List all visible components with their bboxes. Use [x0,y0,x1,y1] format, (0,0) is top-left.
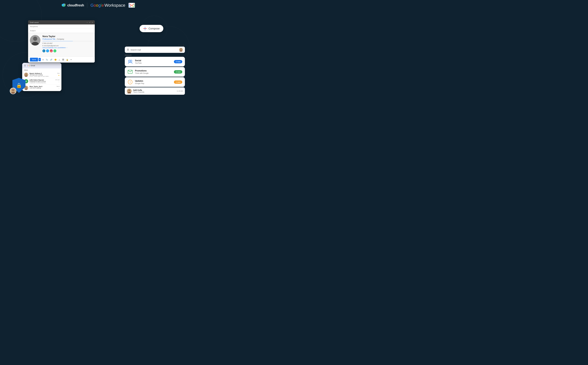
social-inbox-card[interactable]: Social YouTube 2 new [125,57,185,66]
lock-icon[interactable]: 🔒 [66,58,69,61]
search-placeholder: Search mail [130,49,178,51]
email-signature: Nora Taylor Professional Title , Company… [30,35,93,52]
sig-email: E nora.taylor@gmail.com [42,45,93,47]
mobile-search-bar[interactable]: ☰ Search mail [125,47,185,53]
workspace-text: Workspace [104,3,125,8]
updates-subtitle: Google Play [135,82,172,84]
svg-point-45 [128,90,130,91]
primary-label: PRIMARY [125,54,185,57]
promotions-card-content: Promotions Think with Google [135,70,172,74]
sig-title-company: , [56,38,57,40]
mobile-gmail-logo: Gmail [27,65,35,67]
twitter-icon[interactable]: t [46,49,49,52]
emoji-icon[interactable]: 😊 [54,58,57,61]
sig-website: www.yourwebsite.com | yourlinkhere → [42,47,93,49]
sig-name: Nora Taylor [42,35,93,38]
email-time-2: 9:01 am [55,79,60,80]
email-preview-card[interactable]: Salit Kulla Trip to Yosemite 11:30 AM [125,87,185,95]
updates-title: Updates [135,80,172,82]
preview-time: 11:30 AM [177,90,183,92]
promotions-inbox-card[interactable]: Promotions Think with Google 2 new [125,67,185,77]
promotions-icon [127,69,133,75]
preview-content: Salit Kulla Trip to Yosemite [133,89,175,93]
battery-icon: ▮ [183,44,184,46]
sig-socials: in t ig w [42,49,93,52]
svg-point-38 [180,49,182,50]
svg-point-35 [25,86,27,88]
email-list: Naomi, Anthony 2 100 days and counting H… [22,71,61,91]
draft-fields: Recipients Subject [28,24,95,33]
attach-icon[interactable]: 📎 [45,58,48,61]
compose-label: Compose [149,27,160,30]
sig-phone: P 555.123.4567 [42,42,93,45]
svg-point-19 [33,37,37,41]
email-item-1[interactable]: Naomi, Anthony 2 100 days and counting H… [22,71,61,78]
preview-subject: Trip to Yosemite [133,91,175,93]
cloudfresh-icon [61,3,66,8]
send-dropdown-button[interactable]: ▾ [39,58,41,61]
hamburger-icon[interactable]: ☰ [24,64,26,67]
link-icon[interactable]: 🔗 [49,58,53,61]
user-avatar-shield [10,88,16,94]
promotions-title: Promotions [135,70,172,72]
svg-point-3 [63,4,65,5]
linkedin-icon[interactable]: in [42,49,45,52]
email-item-3[interactable]: Mom, Taylor, Jim 6 Look who's walking! S… [22,85,61,91]
draft-title-text: Draft saved [30,21,39,23]
instagram-icon[interactable]: ig [50,49,53,52]
draft-titlebar: Draft saved − ⤢ × [28,20,95,24]
draft-body: Nora Taylor Professional Title , Company… [28,33,95,56]
subject-field[interactable]: Subject [28,29,95,33]
whatsapp-icon[interactable]: w [54,49,56,52]
mobile-gmail-label: Gmail [31,65,35,67]
format-text-icon[interactable]: A [42,58,44,61]
email-content-2: Little Gators Daycare Preparing for back… [29,79,54,84]
svg-point-22 [12,89,14,91]
minimize-icon[interactable]: − [87,21,88,23]
updates-badge: 1 new [174,80,182,84]
sig-title: Professional Title , Company [42,38,93,40]
email-content-3: Mom, Taylor, Jim 6 Look who's walking! [29,86,55,89]
compose-button[interactable]: Compose [140,25,163,32]
social-icon [127,59,133,64]
email-star-1[interactable]: ★ [58,74,60,76]
close-icon[interactable]: × [92,21,93,23]
cloudfresh-logo: cloudfresh [61,3,84,8]
draft-toolbar: Send ▾ A 📎 🔗 😊 △ 🖼 🔒 ✏ [28,56,95,63]
send-button[interactable]: Send [30,58,38,62]
svg-point-32 [25,73,27,75]
email-meta-2: 9:01 am ☆ [55,79,60,83]
lock-shield-icon: 🔒 [16,83,22,88]
google-text: Google [90,3,104,8]
signature-avatar [30,35,40,46]
preview-name: Salit Kulla [133,89,175,91]
compose-plus-icon [143,27,147,30]
email-item-2[interactable]: G Little Gators Daycare Preparing for ba… [22,78,61,85]
expand-icon[interactable]: ⤢ [89,21,91,23]
email-time-1: Now [57,73,60,74]
drive-icon[interactable]: △ [58,58,61,61]
wifi-icon: ▼ [178,44,179,46]
search-avatar [179,48,183,52]
status-time: 9:00 [126,44,128,46]
email-star-3[interactable]: ☆ [58,88,60,89]
email-star-2[interactable]: ☆ [58,81,60,83]
signal-icon: ▲▲ [180,44,182,46]
header-logos: cloudfresh Google Workspace [0,3,196,8]
signature-icon[interactable]: ✏ [70,58,73,61]
image-icon[interactable]: 🖼 [62,58,65,61]
hamburger-search-icon[interactable]: ☰ [127,48,129,51]
google-workspace-logo: Google Workspace [90,3,125,8]
email-preview-2: Hi parents, It's almost that time... [29,82,54,84]
promotions-badge: 2 new [174,70,182,74]
email-sender-1: Naomi, Anthony 2 [29,73,56,74]
signature-info: Nora Taylor Professional Title , Company… [42,35,93,52]
email-avatar-1 [24,73,28,77]
draft-window-controls: − ⤢ × [87,21,93,23]
recipients-field[interactable]: Recipients [28,24,95,29]
mobile-gmail-header: ☰ Gmail [22,63,61,68]
email-sender-2: Little Gators Daycare [29,79,54,81]
updates-inbox-card[interactable]: i Updates Google Play 1 new [125,77,185,87]
email-content-1: Naomi, Anthony 2 100 days and counting H… [29,73,56,77]
email-subject-1: 100 days and counting [29,74,56,76]
